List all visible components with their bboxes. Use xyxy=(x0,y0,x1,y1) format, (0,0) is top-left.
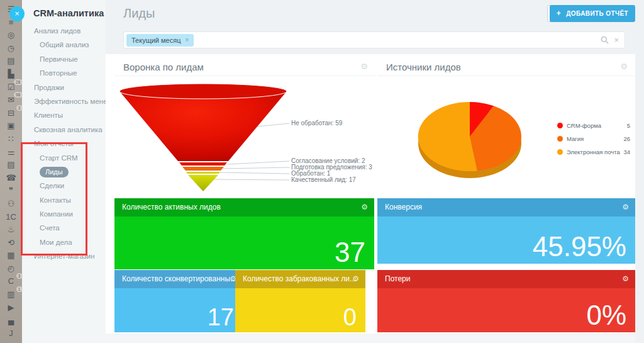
sidebar-item[interactable]: Лиды xyxy=(22,165,106,179)
sync-icon[interactable]: ⟲ xyxy=(5,237,18,250)
phone-icon[interactable]: ☎ xyxy=(5,172,18,185)
funnel-stage-label: Качественный лид: 17 xyxy=(291,176,356,183)
legend-label: CRM-форма xyxy=(567,122,601,129)
funnel-panel-title: Воронка по лидам ⚙ xyxy=(114,55,375,76)
tile-title: Потери xyxy=(385,274,410,283)
tile-converted-leads: Количество сконвертированны...⚙ 17 xyxy=(114,270,243,332)
sidebar-item[interactable]: Первичные xyxy=(22,52,106,66)
sidebar-item[interactable]: Эффективность менеджер... xyxy=(22,94,106,108)
wallet-icon[interactable]: ▣ xyxy=(5,120,18,133)
search-icon[interactable] xyxy=(601,36,609,44)
video-icon[interactable]: ▶ xyxy=(5,301,18,315)
people-icon[interactable]: ⚇ xyxy=(5,198,18,211)
contact-card-icon[interactable]: ▤ xyxy=(5,159,18,172)
one-c-icon[interactable]: 1С xyxy=(5,211,18,224)
footer-strip xyxy=(106,334,635,343)
funnel-title-text: Воронка по лидам xyxy=(123,62,204,72)
pie-panel-title: Источники лидов ⚙ xyxy=(377,55,635,76)
sidebar-item[interactable]: Клиенты xyxy=(22,108,106,122)
tile-active-leads: Количество активных лидов⚙ 37 xyxy=(114,198,374,269)
sidebar-item[interactable]: Продажи xyxy=(22,81,106,94)
tile-title: Количество активных лидов xyxy=(122,203,221,211)
filter-chip[interactable]: Текущий месяц × xyxy=(126,34,194,47)
counter-badge: 1 xyxy=(16,286,23,292)
sidebar-title: CRM-аналитика xyxy=(22,0,106,18)
counter-badge: 98 xyxy=(14,92,23,98)
chat-icon[interactable]: ❞ xyxy=(5,184,18,198)
sidebar-item[interactable]: Общий анализ xyxy=(22,38,106,52)
time-icon[interactable]: ◴ xyxy=(5,262,18,276)
tile-gear-icon[interactable]: ⚙ xyxy=(622,198,629,216)
sidebar-item[interactable]: Сквозная аналитика xyxy=(22,123,106,137)
page-title: Лиды xyxy=(123,6,155,21)
cart-icon[interactable]: ⊟3 xyxy=(5,107,18,120)
flask-icon[interactable]: ♨ xyxy=(5,223,18,237)
sidebar-item[interactable]: Счета xyxy=(22,221,106,235)
tile-gear-icon[interactable]: ⚙ xyxy=(352,270,359,288)
sidebar-item[interactable]: Старт CRM xyxy=(22,151,106,165)
tile-value: 45.95% xyxy=(533,231,626,262)
sidebar-active-pill: Лиды xyxy=(40,167,69,177)
plus-icon: + xyxy=(557,9,561,18)
letter-j-icon[interactable]: J xyxy=(5,327,18,340)
legend-value: 34 xyxy=(623,149,630,155)
clock-icon[interactable]: ◷ xyxy=(5,42,18,55)
tile-gear-icon[interactable]: ⚙ xyxy=(361,198,368,216)
legend-item: CRM-форма5 xyxy=(557,122,630,129)
tile-value: 0 xyxy=(343,304,357,331)
chip-close-icon[interactable]: × xyxy=(186,37,189,43)
funnel-stage-label: Не обработан: 59 xyxy=(291,120,342,127)
funnel-gear-icon[interactable]: ⚙ xyxy=(360,62,368,71)
legend-value: 5 xyxy=(627,122,630,129)
icon-strip: ☰≡12◎◷▤▙☑28✉98⊟3▣∷⚌▤☎❞⚇1С♨⟲▦◴C3▥1▶▄J xyxy=(0,0,22,343)
legend-item: Электронная почта34 xyxy=(557,149,630,155)
clear-filter-icon[interactable]: × xyxy=(614,35,619,45)
close-fab-button[interactable]: × xyxy=(9,6,25,21)
tile-conversion: Конверсия⚙ 45.95% xyxy=(377,198,635,264)
mail-icon[interactable]: ✉98 xyxy=(5,94,18,107)
legend-item: Магия26 xyxy=(557,135,630,142)
sidebar-item[interactable]: Контакты xyxy=(22,193,106,207)
tile-value: 17 xyxy=(208,304,234,331)
pie-gear-icon[interactable]: ⚙ xyxy=(620,62,628,71)
filter-search-bar[interactable]: Текущий месяц × × xyxy=(123,31,625,48)
filter-chip-label: Текущий месяц xyxy=(131,37,181,44)
legend-value: 26 xyxy=(623,135,630,142)
calendar-icon[interactable]: ▦ xyxy=(5,249,18,262)
sidebar-item[interactable]: Мои отчеты xyxy=(22,137,106,150)
sidebar-item[interactable]: Интернет-магазин xyxy=(22,249,106,263)
pie-legend: CRM-форма5Магия26Электронная почта34 xyxy=(557,122,630,162)
sidebar-item[interactable]: Повторные xyxy=(22,66,106,80)
tile-title: Количество забракованных ли... xyxy=(243,274,356,283)
sliders-icon[interactable]: ⚌ xyxy=(5,146,18,159)
printer-icon[interactable]: ▄ xyxy=(5,314,18,327)
sidebar-item[interactable]: Сделки xyxy=(22,179,106,193)
pie-panel: Источники лидов ⚙ CRM-форма5Магия26Элект… xyxy=(377,55,635,195)
c-counter-icon[interactable]: C3 xyxy=(5,275,18,288)
sidebar-item[interactable]: Компании xyxy=(22,207,106,221)
add-report-button[interactable]: +ДОБАВИТЬ ОТЧЁТ xyxy=(550,5,635,22)
counter-badge: 3 xyxy=(16,105,23,111)
target-icon[interactable]: ◎ xyxy=(5,29,18,42)
sidebar-item[interactable]: Анализ лидов xyxy=(22,24,106,38)
tile-losses: Потери⚙ 0% xyxy=(377,270,635,332)
tile-value: 37 xyxy=(335,237,365,268)
tile-rejected-leads: Количество забракованных ли...⚙ 0 xyxy=(235,270,365,332)
tile-title: Конверсия xyxy=(385,203,422,211)
tile-gear-icon[interactable]: ⚙ xyxy=(622,270,629,288)
legend-dot xyxy=(557,136,563,142)
sidebar: CRM-аналитика Анализ лидовОбщий анализПе… xyxy=(22,0,106,343)
legend-label: Электронная почта xyxy=(567,149,620,155)
counter-badge: 3 xyxy=(16,273,23,279)
apps-grid-icon[interactable]: ∷ xyxy=(5,133,18,146)
legend-label: Магия xyxy=(567,135,584,142)
tile-title: Количество сконвертированны... xyxy=(122,274,236,283)
funnel-chart: Не обработан: 59Согласование условий: 2П… xyxy=(114,77,375,195)
add-report-label: ДОБАВИТЬ ОТЧЁТ xyxy=(566,10,628,17)
tile-value: 0% xyxy=(586,300,626,331)
document-icon[interactable]: ▥1 xyxy=(5,288,18,301)
laptop-icon[interactable]: ▤ xyxy=(5,55,18,68)
sidebar-menu: Анализ лидовОбщий анализПервичныеПовторн… xyxy=(22,24,106,264)
legend-dot xyxy=(557,123,563,128)
sidebar-item[interactable]: Мои дела xyxy=(22,235,106,249)
